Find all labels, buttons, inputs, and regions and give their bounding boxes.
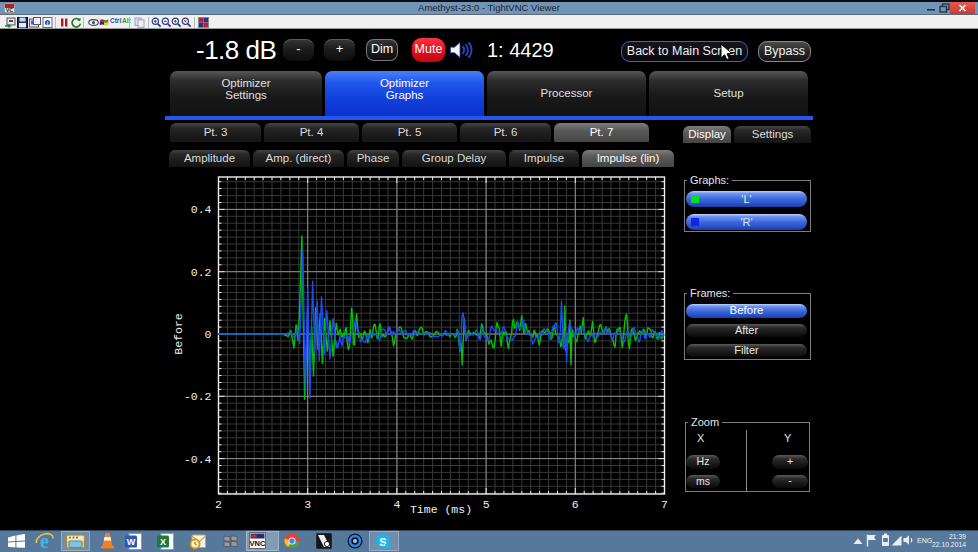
svg-text:0.4: 0.4 bbox=[191, 203, 212, 216]
svg-text:VNC: VNC bbox=[250, 539, 266, 548]
svg-text:0.2: 0.2 bbox=[191, 266, 212, 279]
svg-text:4: 4 bbox=[393, 498, 400, 511]
svg-text:Time (ms): Time (ms) bbox=[410, 503, 472, 516]
svg-text:2: 2 bbox=[215, 498, 222, 511]
svg-text:7: 7 bbox=[661, 498, 668, 511]
svg-text:X: X bbox=[160, 537, 166, 547]
svg-text:W: W bbox=[127, 537, 136, 547]
svg-text:0: 0 bbox=[205, 328, 212, 341]
svg-text:VC: VC bbox=[6, 7, 14, 13]
svg-text:6: 6 bbox=[572, 498, 579, 511]
svg-text:-0.4: -0.4 bbox=[184, 453, 212, 466]
svg-text:-0.2: -0.2 bbox=[184, 390, 212, 403]
svg-text:3: 3 bbox=[304, 498, 311, 511]
svg-text:Before: Before bbox=[172, 313, 185, 355]
svg-text:5: 5 bbox=[483, 498, 490, 511]
